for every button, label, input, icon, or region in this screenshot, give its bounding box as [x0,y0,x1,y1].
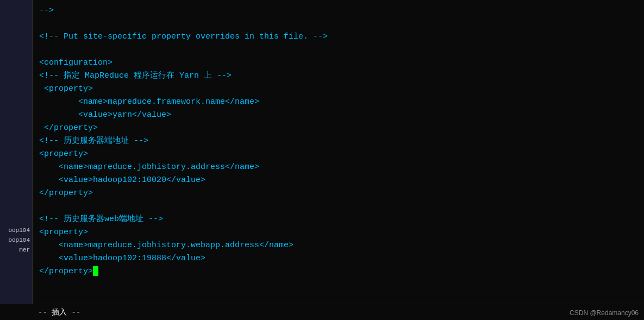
code-line-1: --> [39,4,637,17]
code-line-12: <property> [39,148,637,161]
status-bar: -- 插入 -- CSDN @Redamancy06 [0,304,644,320]
editor-container: oop104 oop104 mer --> <!-- Put site-spec… [0,0,644,320]
code-line-20: <value>hadoop102:19888</value> [39,252,637,265]
sidebar-label-2: oop104 [0,235,32,245]
code-line-13: <name>mapreduce.jobhistory.address</name… [39,161,637,174]
code-line-2 [39,17,637,30]
code-line-5: <configuration> [39,57,637,70]
code-line-18: <property> [39,226,637,239]
sidebar-label-3: mer [0,245,32,255]
code-area[interactable]: --> <!-- Put site-specific property over… [33,0,644,320]
code-line-21: </property> [39,265,637,278]
status-brand-text: CSDN @Redamancy06 [570,309,639,317]
status-insert-text: -- 插入 -- [38,308,80,317]
code-line-14: <value>hadoop102:10020</value> [39,174,637,187]
code-line-7: <property> [39,83,637,96]
code-line-15: </property> [39,187,637,200]
code-line-17: <!-- 历史服务器web端地址 --> [39,213,637,226]
code-line-19: <name>mapreduce.jobhistory.webapp.addres… [39,239,637,252]
code-line-11: <!-- 历史服务器端地址 --> [39,135,637,148]
sidebar-label-1: oop104 [0,225,32,235]
code-line-10: </property> [39,122,637,135]
code-line-3: <!-- Put site-specific property override… [39,30,637,43]
code-line-6: <!-- 指定 MapReduce 程序运行在 Yarn 上 --> [39,70,637,83]
code-line-9: <value>yarn</value> [39,109,637,122]
code-line-8: <name>mapreduce.framework.name</name> [39,96,637,109]
sidebar: oop104 oop104 mer [0,0,33,320]
cursor [93,266,98,276]
code-line-16 [39,200,637,213]
code-line-4 [39,43,637,57]
